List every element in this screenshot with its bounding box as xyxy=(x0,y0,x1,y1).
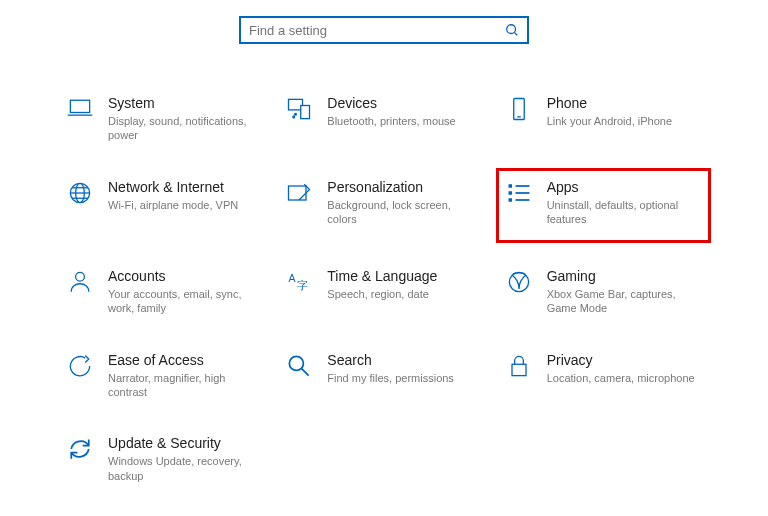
svg-text:A: A xyxy=(289,272,296,284)
tile-subtitle: Find my files, permissions xyxy=(327,371,482,385)
tile-ease-of-access[interactable]: Ease of Access Narrator, magnifier, high… xyxy=(60,346,269,406)
search-box[interactable] xyxy=(239,16,529,44)
tile-title: Gaming xyxy=(547,268,702,284)
tile-gaming[interactable]: Gaming Xbox Game Bar, captures, Game Mod… xyxy=(499,262,708,322)
svg-rect-5 xyxy=(301,106,310,119)
tile-subtitle: Bluetooth, printers, mouse xyxy=(327,114,482,128)
tile-subtitle: Windows Update, recovery, backup xyxy=(108,454,263,483)
tile-text: Apps Uninstall, defaults, optional featu… xyxy=(547,179,702,227)
tile-text: Personalization Background, lock screen,… xyxy=(327,179,482,227)
tile-search[interactable]: Search Find my files, permissions xyxy=(279,346,488,406)
tile-text: Update & Security Windows Update, recove… xyxy=(108,435,263,483)
tile-update-security[interactable]: Update & Security Windows Update, recove… xyxy=(60,429,269,489)
svg-rect-2 xyxy=(70,100,89,112)
svg-point-22 xyxy=(76,273,85,282)
tile-subtitle: Uninstall, defaults, optional features xyxy=(547,198,702,227)
magnify-icon xyxy=(285,352,313,380)
tile-subtitle: Display, sound, notifications, power xyxy=(108,114,263,143)
tile-text: Ease of Access Narrator, magnifier, high… xyxy=(108,352,263,400)
settings-grid: System Display, sound, notifications, po… xyxy=(0,44,768,489)
tile-text: Time & Language Speech, region, date xyxy=(327,268,482,301)
xbox-icon xyxy=(505,268,533,296)
tile-text: Phone Link your Android, iPhone xyxy=(547,95,702,128)
svg-line-1 xyxy=(515,33,518,36)
tile-system[interactable]: System Display, sound, notifications, po… xyxy=(60,89,269,149)
tile-subtitle: Xbox Game Bar, captures, Game Mode xyxy=(547,287,702,316)
sync-icon xyxy=(66,435,94,463)
tile-title: Phone xyxy=(547,95,702,111)
tile-title: Personalization xyxy=(327,179,482,195)
tile-title: Privacy xyxy=(547,352,702,368)
phone-icon xyxy=(505,95,533,123)
tile-time-language[interactable]: A 字 Time & Language Speech, region, date xyxy=(279,262,488,322)
tile-subtitle: Narrator, magnifier, high contrast xyxy=(108,371,263,400)
svg-point-26 xyxy=(290,356,304,370)
tile-text: Search Find my files, permissions xyxy=(327,352,482,385)
tile-subtitle: Your accounts, email, sync, work, family xyxy=(108,287,263,316)
svg-text:字: 字 xyxy=(298,279,309,291)
tile-accounts[interactable]: Accounts Your accounts, email, sync, wor… xyxy=(60,262,269,322)
language-icon: A 字 xyxy=(285,268,313,296)
tile-subtitle: Wi-Fi, airplane mode, VPN xyxy=(108,198,263,212)
svg-rect-15 xyxy=(289,186,307,200)
tile-subtitle: Link your Android, iPhone xyxy=(547,114,702,128)
tile-text: System Display, sound, notifications, po… xyxy=(108,95,263,143)
tile-phone[interactable]: Phone Link your Android, iPhone xyxy=(499,89,708,149)
list-icon xyxy=(505,179,533,207)
svg-point-6 xyxy=(293,116,295,118)
tile-text: Network & Internet Wi-Fi, airplane mode,… xyxy=(108,179,263,212)
tile-title: Network & Internet xyxy=(108,179,263,195)
tile-apps[interactable]: Apps Uninstall, defaults, optional featu… xyxy=(496,168,711,244)
svg-point-7 xyxy=(295,113,297,115)
svg-point-0 xyxy=(507,25,516,34)
devices-icon xyxy=(285,95,313,123)
tile-title: Apps xyxy=(547,179,702,195)
person-icon xyxy=(66,268,94,296)
search-container xyxy=(0,0,768,44)
tile-subtitle: Location, camera, microphone xyxy=(547,371,702,385)
svg-line-27 xyxy=(302,368,309,375)
search-input[interactable] xyxy=(249,23,505,38)
tile-title: Devices xyxy=(327,95,482,111)
search-icon xyxy=(505,23,519,37)
tile-title: Update & Security xyxy=(108,435,263,451)
tile-text: Accounts Your accounts, email, sync, wor… xyxy=(108,268,263,316)
tile-subtitle: Speech, region, date xyxy=(327,287,482,301)
globe-icon xyxy=(66,179,94,207)
tile-title: System xyxy=(108,95,263,111)
tile-network[interactable]: Network & Internet Wi-Fi, airplane mode,… xyxy=(60,173,269,239)
laptop-icon xyxy=(66,95,94,123)
tile-text: Gaming Xbox Game Bar, captures, Game Mod… xyxy=(547,268,702,316)
tile-title: Time & Language xyxy=(327,268,482,284)
tile-privacy[interactable]: Privacy Location, camera, microphone xyxy=(499,346,708,406)
svg-rect-28 xyxy=(512,364,526,375)
tile-personalization[interactable]: Personalization Background, lock screen,… xyxy=(279,173,488,239)
paint-icon xyxy=(285,179,313,207)
ease-icon xyxy=(66,352,94,380)
tile-title: Accounts xyxy=(108,268,263,284)
svg-rect-20 xyxy=(508,198,512,202)
svg-rect-16 xyxy=(508,184,512,188)
tile-title: Ease of Access xyxy=(108,352,263,368)
svg-rect-18 xyxy=(508,191,512,195)
tile-text: Privacy Location, camera, microphone xyxy=(547,352,702,385)
tile-subtitle: Background, lock screen, colors xyxy=(327,198,482,227)
tile-title: Search xyxy=(327,352,482,368)
tile-devices[interactable]: Devices Bluetooth, printers, mouse xyxy=(279,89,488,149)
lock-icon xyxy=(505,352,533,380)
tile-text: Devices Bluetooth, printers, mouse xyxy=(327,95,482,128)
